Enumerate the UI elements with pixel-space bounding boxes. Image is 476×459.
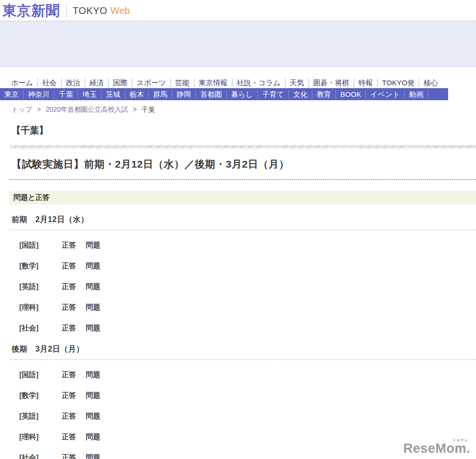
nav-item[interactable]: 群馬 [149,90,172,99]
period-heading-kouki: 後期 3月2日（月） [12,344,476,354]
nav-item[interactable]: 経済 [85,79,109,87]
subject-label: [理科] [19,303,47,312]
nav-item[interactable]: 社説・コラム [232,79,285,87]
nav-item[interactable]: 茨城 [102,90,125,99]
subject-label: [数学] [19,391,47,400]
nav-item[interactable]: ホーム [7,79,38,87]
resemom-wordmark: リセマム ReseMom. [403,441,470,456]
resemom-watermark: リセマム ReseMom. [403,441,470,456]
answer-link[interactable]: 正答 [62,453,76,459]
nav-item[interactable]: 埼玉 [78,90,102,99]
nav-item[interactable]: 暮らし [227,90,258,99]
site-subtitle-tokyo: TOKYO [73,5,107,16]
answer-link[interactable]: 正答 [62,262,76,270]
nav-item[interactable]: BOOK [336,90,366,99]
site-subtitle: TOKYO Web [66,4,130,17]
subject-label: [社会] [19,453,47,459]
hatched-divider [10,145,476,148]
exam-date-heading: 【試験実施日】前期・2月12日（水）／後期・3月2日（月） [12,157,476,171]
question-link[interactable]: 問題 [86,262,100,270]
nav-item[interactable]: 芸能 [171,79,194,87]
subject-list-zenki: [国語] 正答 問題 [数学] 正答 問題 [英語] 正答 問題 [理科] 正答… [19,241,476,331]
page-title: 【千葉】 [12,124,476,137]
answer-link[interactable]: 正答 [62,241,76,249]
nav-item[interactable]: 教育 [312,90,336,99]
site-header: 東京新聞 TOKYO Web [0,0,476,21]
subject-row: [理科] 正答 問題 [19,433,476,440]
breadcrumb-separator: > [37,105,41,113]
breadcrumb-current: 千葉 [142,105,155,113]
subject-row: [国語] 正答 問題 [19,370,476,378]
nav-item[interactable]: 社会 [38,79,62,87]
nav-item[interactable]: 文化 [289,90,312,99]
nav-item[interactable]: 子育て [258,90,289,99]
site-logo[interactable]: 東京新聞 [2,3,60,18]
nav-item[interactable]: 動画 [405,90,428,99]
nav-item-chiba[interactable]: 千葉 [54,90,78,99]
subject-row: [英語] 正答 問題 [19,282,476,290]
subject-label: [理科] [19,433,47,442]
answer-link[interactable]: 正答 [62,370,76,379]
ad-banner [0,21,476,67]
question-link[interactable]: 問題 [86,303,100,311]
subject-row: [数学] 正答 問題 [19,391,476,399]
nav-item[interactable]: 栃木 [125,90,149,99]
nav-item[interactable]: イベント [366,90,404,99]
answer-link[interactable]: 正答 [62,433,76,441]
question-link[interactable]: 問題 [86,391,100,399]
nav-item[interactable]: 静岡 [172,90,196,99]
primary-nav: ホーム 社会 政治 経済 国際 スポーツ 芸能 東京情報 社説・コラム 天気 囲… [7,77,476,88]
nav-item[interactable]: 核心 [419,79,442,87]
nav-item[interactable]: 東京 [0,90,24,99]
subject-row: [国語] 正答 問題 [19,241,476,249]
answer-link[interactable]: 正答 [62,303,76,311]
answer-link[interactable]: 正答 [62,282,76,290]
subject-row: [社会] 正答 問題 [19,324,476,331]
subject-label: [英語] [19,282,47,291]
section-header: 問題と正答 [10,191,476,205]
divider [10,230,476,230]
breadcrumb-separator: > [133,105,137,113]
nav-item[interactable]: 囲碁・将棋 [309,79,354,87]
nav-item[interactable]: 政治 [62,79,85,87]
question-link[interactable]: 問題 [86,412,100,420]
nav-item[interactable]: 神奈川 [24,90,54,99]
period-heading-zenki: 前期 2月12日（水） [12,215,476,225]
nav-item[interactable]: 特報 [354,79,378,87]
secondary-nav: 東京 神奈川 千葉 埼玉 茨城 栃木 群馬 静岡 首都圏 暮らし 子育て 文化 … [0,88,448,100]
nav-item[interactable]: TOKYO発 [378,79,419,87]
subject-label: [英語] [19,412,47,421]
breadcrumb: トップ > 2020年首都圏公立高校入試 > 千葉 [12,105,476,114]
subject-label: [社会] [19,324,47,333]
question-link[interactable]: 問題 [86,433,100,441]
subject-row: [数学] 正答 問題 [19,262,476,269]
breadcrumb-link-exam[interactable]: 2020年首都圏公立高校入試 [46,105,128,113]
question-link[interactable]: 問題 [86,453,100,459]
subject-row: [理科] 正答 問題 [19,303,476,311]
question-link[interactable]: 問題 [86,241,100,249]
subject-label: [国語] [19,241,47,250]
nav-item[interactable]: 国際 [109,79,132,87]
question-link[interactable]: 問題 [86,324,100,332]
answer-link[interactable]: 正答 [62,391,76,399]
nav-item[interactable]: 天気 [285,79,309,87]
question-link[interactable]: 問題 [86,282,100,290]
question-link[interactable]: 問題 [86,370,100,379]
resemom-name: ReseMom. [403,441,470,456]
subject-label: [国語] [19,370,47,380]
answer-link[interactable]: 正答 [62,412,76,420]
nav-item[interactable]: 首都圏 [196,90,227,99]
divider [10,179,476,180]
subject-row: [英語] 正答 問題 [19,412,476,420]
subject-label: [数学] [19,262,47,271]
nav-item[interactable]: スポーツ [132,79,171,87]
breadcrumb-link-top[interactable]: トップ [12,105,32,113]
divider [10,359,476,360]
answer-link[interactable]: 正答 [62,324,76,332]
nav-item[interactable]: 東京情報 [194,79,232,87]
site-subtitle-web: Web [110,5,130,16]
resemom-ruby: リセマム [452,438,468,443]
